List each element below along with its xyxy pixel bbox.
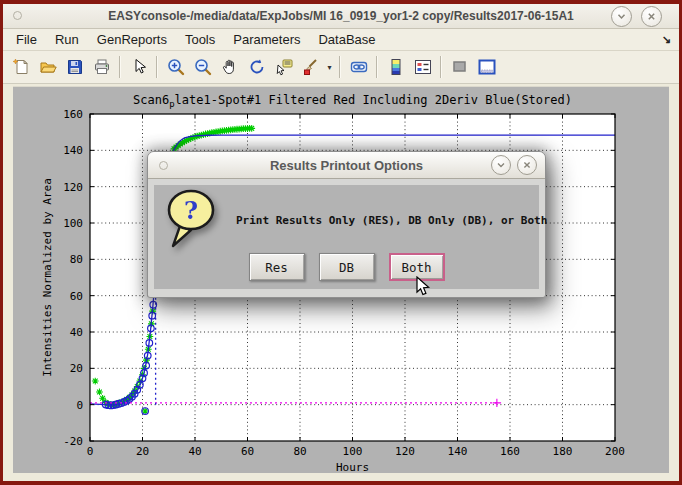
chevron-down-icon — [616, 11, 627, 22]
pan-button[interactable] — [217, 55, 242, 80]
toolbar-separator — [440, 56, 442, 78]
svg-text:140: 140 — [63, 144, 83, 157]
show-plot-tools-button[interactable] — [474, 55, 499, 80]
arrow-pointer-icon — [130, 58, 148, 76]
printer-icon — [93, 58, 111, 76]
dialog-shade-button[interactable] — [491, 155, 511, 175]
save-button[interactable] — [62, 55, 87, 80]
svg-text:60: 60 — [241, 445, 254, 458]
svg-text:0: 0 — [76, 399, 83, 412]
zoom-out-button[interactable] — [190, 55, 215, 80]
zoom-in-icon — [167, 58, 185, 76]
svg-text:Intensities Normalized by Area: Intensities Normalized by Area — [41, 178, 54, 377]
insert-colorbar-button[interactable] — [383, 55, 408, 80]
close-button[interactable] — [641, 6, 662, 27]
link-icon — [350, 58, 368, 76]
chevron-down-icon — [496, 160, 506, 170]
zoom-in-button[interactable] — [163, 55, 188, 80]
svg-text:60: 60 — [70, 290, 83, 303]
dock-arrow-icon[interactable]: ↘ — [662, 33, 671, 46]
results-printout-dialog: Results Printout Options ? Print Results… — [147, 151, 546, 298]
brush-icon — [302, 58, 320, 76]
rotate-icon — [248, 58, 266, 76]
insert-legend-button[interactable] — [410, 55, 435, 80]
dialog-buttons: Res DB Both — [154, 253, 539, 281]
edit-plot-button[interactable] — [126, 55, 151, 80]
new-document-icon — [12, 58, 30, 76]
svg-text:160: 160 — [500, 445, 520, 458]
dialog-close-button[interactable] — [517, 155, 537, 175]
window-menu-icon[interactable] — [13, 11, 22, 20]
question-mark: ? — [184, 196, 198, 225]
svg-text:20: 20 — [70, 362, 83, 375]
menu-run[interactable]: Run — [46, 30, 88, 49]
colorbar-icon — [387, 58, 405, 76]
svg-text:Scan6plate1-Spot#1 Filtered Re: Scan6plate1-Spot#1 Filtered Red Includin… — [133, 93, 572, 109]
hide-plot-tools-button[interactable] — [447, 55, 472, 80]
new-figure-button[interactable] — [8, 55, 33, 80]
menu-parameters[interactable]: Parameters — [224, 30, 309, 49]
data-cursor-icon — [275, 58, 293, 76]
mouse-cursor-icon — [416, 276, 431, 298]
dialog-titlebar: Results Printout Options — [148, 152, 545, 179]
close-icon — [646, 11, 657, 22]
menu-database[interactable]: DataBase — [309, 30, 384, 49]
svg-text:20: 20 — [136, 445, 149, 458]
svg-text:80: 80 — [70, 253, 83, 266]
svg-text:160: 160 — [63, 108, 83, 121]
menu-genreports[interactable]: GenReports — [88, 30, 176, 49]
svg-text:100: 100 — [63, 217, 83, 230]
open-folder-icon — [39, 58, 57, 76]
brush-dropdown-button[interactable]: ▾ — [324, 55, 335, 80]
link-plot-button[interactable] — [346, 55, 371, 80]
menu-tools[interactable]: Tools — [176, 30, 224, 49]
svg-text:-20: -20 — [63, 435, 83, 448]
dialog-title: Results Printout Options — [270, 158, 423, 173]
svg-text:Hours: Hours — [336, 461, 369, 473]
svg-text:0: 0 — [87, 445, 94, 458]
menu-file[interactable]: File — [7, 30, 46, 49]
dialog-message: Print Results Only (RES), DB Only (DB), … — [236, 214, 547, 227]
dialog-message-row: ? Print Results Only (RES), DB Only (DB)… — [164, 189, 539, 251]
hand-icon — [221, 58, 239, 76]
svg-text:100: 100 — [343, 445, 363, 458]
toolbar-separator — [339, 56, 341, 78]
res-button[interactable]: Res — [249, 253, 305, 281]
open-file-button[interactable] — [35, 55, 60, 80]
toolbar: ▾ — [3, 51, 679, 84]
window-title: EASYconsole-/media/data/ExpJobs/MI 16_09… — [108, 9, 574, 23]
dialog-panel: ? Print Results Only (RES), DB Only (DB)… — [154, 185, 539, 289]
svg-text:80: 80 — [293, 445, 306, 458]
close-icon — [522, 160, 532, 170]
svg-text:120: 120 — [63, 181, 83, 194]
app-window: EASYconsole-/media/data/ExpJobs/MI 16_09… — [0, 0, 682, 485]
legend-icon — [414, 58, 432, 76]
svg-text:40: 40 — [70, 326, 83, 339]
toolbar-separator — [156, 56, 158, 78]
svg-text:200: 200 — [605, 445, 625, 458]
floppy-disk-icon — [66, 58, 84, 76]
db-button[interactable]: DB — [319, 253, 375, 281]
data-cursor-button[interactable] — [271, 55, 296, 80]
rotate-3d-button[interactable] — [244, 55, 269, 80]
svg-text:140: 140 — [448, 445, 468, 458]
dialog-menu-icon[interactable] — [159, 161, 168, 170]
svg-text:120: 120 — [395, 445, 415, 458]
shade-button[interactable] — [611, 6, 632, 27]
svg-text:40: 40 — [188, 445, 201, 458]
dock-window-icon — [478, 58, 496, 76]
window-titlebar: EASYconsole-/media/data/ExpJobs/MI 16_09… — [3, 4, 679, 29]
toolbar-separator — [376, 56, 378, 78]
plot-tools-off-icon — [451, 58, 469, 76]
toolbar-separator — [119, 56, 121, 78]
question-balloon-icon: ? — [164, 188, 220, 252]
svg-text:180: 180 — [553, 445, 573, 458]
zoom-out-icon — [194, 58, 212, 76]
dialog-body: ? Print Results Only (RES), DB Only (DB)… — [148, 179, 545, 297]
chevron-down-icon: ▾ — [327, 63, 331, 72]
brush-data-button[interactable] — [298, 55, 323, 80]
print-button[interactable] — [89, 55, 114, 80]
menu-bar: File Run GenReports Tools Parameters Dat… — [3, 29, 679, 51]
